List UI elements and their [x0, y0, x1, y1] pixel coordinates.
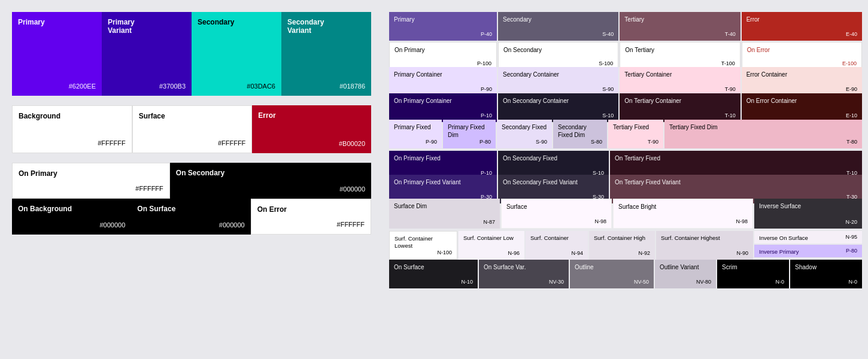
cell-on-tertiary: On Tertiary T-100 — [620, 42, 740, 71]
cell-secondary-fixed-dim-code: S-80 — [591, 139, 602, 145]
swatch-secondary-variant-hex: #018786 — [339, 83, 365, 90]
cell-error-container: Error Container E-90 — [742, 67, 862, 96]
cell-outline-variant-code: NV-80 — [696, 279, 711, 285]
cell-on-surface-label: On Surface — [394, 263, 473, 271]
cell-on-surface-code: N-10 — [461, 279, 473, 285]
swatch-on-surface-label: On Surface — [137, 205, 244, 213]
swatch-on-primary: On Primary #FFFFFF — [12, 163, 170, 199]
swatch-surface-hex: #FFFFFF — [218, 139, 245, 147]
on-colors-section: On Primary #FFFFFF On Secondary #000000 … — [12, 163, 371, 235]
right-row9: Surf. Container Lowest N-100 Surf. Conta… — [389, 231, 862, 257]
cell-on-error: On Error E-100 — [742, 42, 862, 71]
cell-on-primary-label: On Primary — [394, 46, 491, 54]
swatch-on-error: On Error #FFFFFF — [251, 199, 371, 235]
right-row6: On Primary Fixed P-10 On Secondary Fixed… — [389, 151, 862, 172]
swatch-on-surface-hex: #000000 — [219, 221, 245, 229]
cell-surf-container-lowest-label: Surf. Container Lowest — [394, 235, 452, 250]
swatch-on-background-label: On Background — [18, 205, 125, 213]
cell-on-primary-container-label: On Primary Container — [394, 97, 492, 105]
cell-inverse-on-surface-code: N-95 — [845, 234, 857, 240]
cell-primary-fixed-dim-code: P-80 — [479, 139, 491, 145]
cell-tertiary-container-code: T-90 — [725, 86, 736, 92]
swatch-secondary-hex: #03DAC6 — [247, 83, 275, 90]
on-colors-bottom-row: On Background #000000 On Surface #000000… — [12, 199, 371, 235]
cell-inverse-on-surface-label: Inverse On Surface — [759, 235, 857, 242]
cell-surf-container-label: Surf. Container — [530, 235, 583, 242]
cell-secondary-code: S-40 — [602, 31, 614, 37]
cell-on-secondary-fixed-variant-label: On Secondary Fixed Variant — [503, 178, 604, 186]
cell-on-primary-fixed-label: On Primary Fixed — [394, 154, 492, 162]
cell-shadow: Shadow N-0 — [790, 260, 862, 288]
swatch-on-primary-label: On Primary — [19, 169, 163, 178]
cell-surface-main-code: N-98 — [594, 218, 606, 224]
cell-tertiary-fixed-dim-label: Tertiary Fixed Dim — [669, 123, 857, 131]
cell-surf-container-high: Surf. Container High N-92 — [589, 231, 655, 260]
cell-primary-fixed: Primary Fixed P-90 — [389, 120, 442, 148]
cell-on-tertiary-fixed-variant-label: On Tertiary Fixed Variant — [615, 178, 857, 186]
cell-primary-fixed-dim: Primary Fixed Dim P-80 — [443, 120, 496, 148]
cell-scrim: Scrim N-0 — [717, 260, 789, 288]
cell-tertiary-fixed-label: Tertiary Fixed — [613, 123, 658, 131]
cell-shadow-label: Shadow — [795, 263, 857, 271]
swatch-background-label: Background — [19, 112, 126, 120]
swatch-on-background: On Background #000000 — [12, 199, 131, 235]
cell-inverse-on-surface: Inverse On Surface N-95 — [754, 231, 862, 244]
cell-on-tertiary-container-label: On Tertiary Container — [624, 97, 735, 105]
cell-surface-bright-label: Surface Bright — [618, 203, 748, 211]
right-row3: Primary Container P-90 Secondary Contain… — [389, 67, 862, 91]
right-row5: Primary Fixed P-90 Primary Fixed Dim P-8… — [389, 120, 862, 148]
cell-on-secondary-fixed-label: On Secondary Fixed — [503, 154, 604, 162]
cell-primary-container-code: P-90 — [481, 86, 492, 92]
cell-surf-container-high-label: Surf. Container High — [594, 235, 650, 242]
cell-inverse-primary: Inverse Primary P-80 — [754, 245, 862, 257]
cell-tertiary-fixed-code: T-90 — [648, 139, 658, 145]
swatch-on-error-hex: #FFFFFF — [337, 221, 365, 228]
swatch-on-secondary: On Secondary #000000 — [170, 163, 371, 199]
cell-primary-container-label: Primary Container — [394, 71, 492, 78]
cell-inverse-surface-label: Inverse Surface — [759, 202, 857, 210]
cell-on-primary-container-code: P-10 — [481, 112, 492, 118]
swatch-surface: Surface #FFFFFF — [132, 105, 253, 153]
cell-error-container-label: Error Container — [746, 71, 857, 78]
cell-primary: Primary P-40 — [389, 12, 497, 41]
right-row10: On Surface N-10 On Surface Var. NV-30 Ou… — [389, 260, 862, 281]
cell-on-tertiary-container: On Tertiary Container T-10 — [620, 93, 740, 122]
cell-inverse-primary-label: Inverse Primary — [759, 248, 857, 255]
cell-scrim-label: Scrim — [722, 263, 784, 271]
cell-on-error-code: E-100 — [842, 60, 857, 66]
cell-outline-variant-label: Outline Variant — [660, 263, 711, 271]
cell-error-container-code: E-90 — [846, 86, 857, 92]
cell-surface-dim-code: N-87 — [483, 219, 495, 225]
swatch-secondary-variant-label: SecondaryVariant — [287, 18, 365, 35]
cell-secondary-fixed: Secondary Fixed S-90 — [497, 120, 552, 148]
cell-secondary-fixed-dim: Secondary Fixed Dim S-80 — [553, 120, 607, 148]
cell-surf-container-lowest-code: N-100 — [437, 250, 452, 255]
cell-tertiary-fixed-dim: Tertiary Fixed Dim T-80 — [664, 120, 862, 148]
cell-on-primary: On Primary P-100 — [389, 42, 497, 71]
on-colors-top-row: On Primary #FFFFFF On Secondary #000000 — [12, 163, 371, 199]
right-row1: Primary P-40 Secondary S-40 Tertiary T-4… — [389, 12, 862, 39]
cell-surface-dim: Surface Dim N-87 — [389, 199, 500, 229]
cell-on-secondary-container-code: S-10 — [602, 112, 614, 118]
cell-error: Error E-40 — [742, 12, 862, 41]
cell-tertiary-fixed-dim-code: T-80 — [846, 139, 857, 145]
cell-on-tertiary-label: On Tertiary — [625, 46, 735, 54]
cell-tertiary-container: Tertiary Container T-90 — [620, 67, 740, 96]
swatch-secondary-label: Secondary — [198, 18, 275, 26]
cell-on-surface: On Surface N-10 — [389, 260, 478, 288]
cell-on-surface-var: On Surface Var. NV-30 — [479, 260, 569, 288]
swatch-background-hex: #FFFFFF — [98, 139, 125, 147]
cell-on-surface-var-label: On Surface Var. — [484, 263, 564, 271]
cell-surf-container-low-label: Surf. Container Low — [463, 235, 520, 242]
cell-secondary: Secondary S-40 — [498, 12, 618, 41]
cell-secondary-container-code: S-90 — [602, 86, 614, 92]
cell-surface-main: Surface N-98 — [501, 199, 612, 229]
cell-tertiary: Tertiary T-40 — [620, 12, 740, 41]
cell-outline-code: NV-50 — [634, 279, 649, 285]
cell-secondary-fixed-code: S-90 — [536, 139, 547, 145]
cell-on-secondary-code: S-100 — [599, 60, 613, 66]
swatch-on-error-label: On Error — [257, 205, 365, 214]
cell-on-primary-container: On Primary Container P-10 — [389, 93, 497, 122]
swatch-surface-label: Surface — [139, 112, 246, 120]
primary-swatch-row: Primary #6200EE PrimaryVariant #3700B3 S… — [12, 12, 371, 96]
